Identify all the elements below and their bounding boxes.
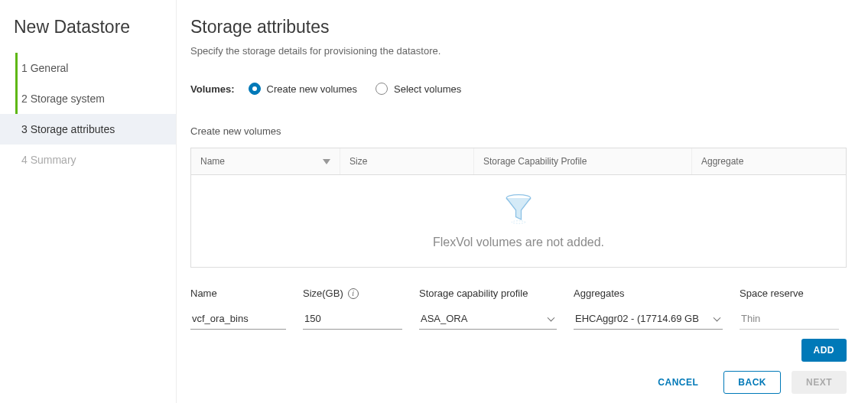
radio-create-new-volumes[interactable]: Create new volumes (249, 83, 358, 95)
wizard-footer: CANCEL BACK NEXT (643, 371, 847, 394)
th-name[interactable]: Name (191, 148, 340, 174)
volumes-label: Volumes: (190, 83, 235, 95)
step-storage-attributes[interactable]: 3 Storage attributes (0, 114, 176, 145)
input-reserve (740, 308, 839, 330)
step-list: 1 General 2 Storage system 3 Storage att… (0, 53, 176, 175)
label-size: Size(GB) i (303, 288, 402, 299)
funnel-icon (502, 193, 535, 225)
radio-select-volumes[interactable]: Select volumes (375, 83, 461, 95)
radio-icon (375, 83, 388, 95)
input-name[interactable] (190, 308, 286, 330)
th-size[interactable]: Size (340, 148, 474, 174)
page-title: Storage attributes (190, 17, 847, 37)
volumes-row: Volumes: Create new volumes Select volum… (190, 83, 847, 95)
next-button: NEXT (792, 371, 847, 394)
volumes-radio-group: Create new volumes Select volumes (249, 83, 462, 95)
volume-form: Name Size(GB) i Storage capability profi… (190, 288, 847, 330)
label-reserve: Space reserve (740, 288, 839, 299)
back-button[interactable]: BACK (723, 371, 781, 394)
add-button[interactable]: ADD (801, 339, 847, 362)
select-profile[interactable]: ASA_ORA (419, 308, 557, 330)
wizard-title: New Datastore (0, 14, 176, 53)
cancel-button[interactable]: CANCEL (643, 371, 713, 394)
input-size[interactable] (303, 308, 402, 330)
wizard-sidebar: New Datastore 1 General 2 Storage system… (0, 0, 177, 403)
select-aggregates[interactable]: EHCAggr02 - (17714.69 GB (574, 308, 723, 330)
label-name: Name (190, 288, 286, 299)
table-header: Name Size Storage Capability Profile Agg… (191, 148, 846, 175)
th-profile[interactable]: Storage Capability Profile (474, 148, 692, 174)
step-general[interactable]: 1 General (0, 53, 176, 83)
svg-point-1 (512, 221, 525, 224)
page-subtitle: Specify the storage details for provisio… (190, 45, 847, 57)
info-icon[interactable]: i (348, 288, 359, 299)
th-aggregate[interactable]: Aggregate (692, 148, 846, 174)
create-new-volumes-label: Create new volumes (190, 125, 847, 137)
label-profile: Storage capability profile (419, 288, 557, 299)
radio-icon (249, 83, 261, 95)
label-aggregates: Aggregates (574, 288, 723, 299)
filter-icon[interactable] (323, 159, 330, 164)
step-summary: 4 Summary (0, 145, 176, 175)
volumes-table: Name Size Storage Capability Profile Agg… (190, 148, 847, 268)
table-body-empty: FlexVol volumes are not added. (191, 175, 846, 267)
step-storage-system[interactable]: 2 Storage system (0, 83, 176, 114)
empty-state-text: FlexVol volumes are not added. (433, 236, 604, 249)
main-panel: Storage attributes Specify the storage d… (177, 0, 868, 403)
